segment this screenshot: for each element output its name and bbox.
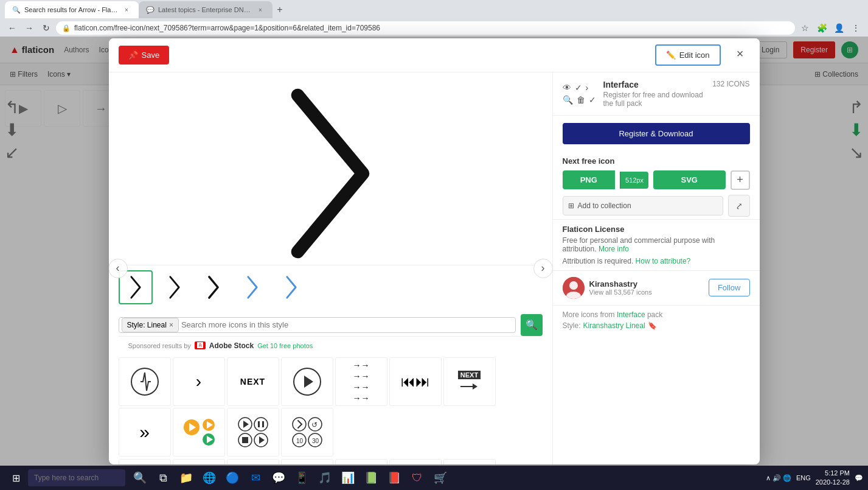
follow-button[interactable]: Follow — [709, 279, 750, 296]
style-name-link[interactable]: Kiranshastry Lineal — [583, 321, 645, 330]
taskbar-file-explorer-icon[interactable]: 📁 — [175, 467, 197, 489]
pack-icon-chevron: › — [586, 83, 589, 93]
sponsored-icon-r2-1[interactable] — [119, 459, 171, 464]
notification-icon[interactable]: 💬 — [855, 474, 863, 482]
user-icon[interactable]: 👤 — [832, 21, 846, 35]
sponsored-icon-5[interactable]: →→→→→→→→ — [335, 357, 387, 406]
add-to-collection-button[interactable]: ⊞ Add to collection — [563, 196, 723, 215]
license-title: Flaticon License — [563, 225, 750, 234]
more-icons-pack-link[interactable]: Interface — [617, 310, 645, 319]
adobe-label: Adobe Stock — [209, 341, 254, 350]
svg-text:30: 30 — [312, 438, 319, 444]
svg-marker-19 — [259, 436, 265, 444]
png-download-button[interactable]: PNG — [563, 170, 616, 189]
style-search-button[interactable]: 🔍 — [521, 314, 543, 336]
save-button[interactable]: 📌 Save — [119, 46, 170, 65]
tab-active[interactable]: 🔍 Search results for Arrow - Flatico... … — [5, 1, 139, 18]
sponsored-icon-8[interactable]: » — [119, 408, 171, 457]
sponsored-row: Sponsored results by 🅰 Adobe Stock Get 1… — [119, 336, 543, 355]
how-to-attribute-link[interactable]: How to attribute? — [636, 257, 691, 265]
forward-button[interactable]: → — [22, 21, 36, 35]
tab-close-1[interactable]: × — [122, 5, 131, 15]
sponsored-icon-10[interactable] — [227, 408, 279, 457]
sponsored-icon-r2-4[interactable]: → → → → → → — [281, 459, 333, 464]
thumb-2[interactable] — [158, 270, 192, 304]
tab-favicon-1: 🔍 — [12, 6, 21, 14]
add-format-button[interactable]: + — [731, 170, 750, 190]
sponsored-icon-r2-5[interactable] — [335, 459, 387, 464]
pack-subtitle: Register for free and download the full … — [603, 91, 706, 108]
taskbar-search-input[interactable] — [28, 469, 125, 486]
taskbar-skype-icon[interactable]: 💬 — [268, 467, 290, 489]
share-button[interactable]: ⤤ — [728, 195, 750, 217]
sponsored-icon-7[interactable]: NEXT — [443, 357, 496, 406]
svg-rect-15 — [262, 421, 264, 427]
taskbar-office-icon[interactable]: 📊 — [337, 467, 359, 489]
sponsored-icon-r2-2[interactable]: NEXT NEXT NEXT — [173, 459, 225, 464]
license-section: Flaticon License Free for personal and c… — [553, 219, 760, 270]
tab-inactive[interactable]: 💬 Latest topics - Enterprise DNA Fo... × — [139, 1, 273, 18]
taskbar-cortana-icon[interactable]: 🔍 — [129, 467, 151, 489]
start-button[interactable]: ⊞ — [5, 467, 27, 489]
modal-left-panel: ‹ › — [109, 72, 553, 464]
png-size-button[interactable]: 512px — [620, 172, 648, 189]
taskbar-whatsapp-icon[interactable]: 📱 — [291, 467, 313, 489]
sponsored-icon-9[interactable] — [173, 408, 225, 457]
bookmark-save-icon: 🔖 — [648, 321, 657, 330]
sponsored-icon-1[interactable] — [119, 357, 171, 406]
taskbar-chrome-icon[interactable]: 🔵 — [221, 467, 243, 489]
author-icon-count: View all 53,567 icons — [589, 289, 704, 296]
sponsored-icon-r2-7[interactable] — [443, 459, 496, 464]
bookmark-icon[interactable]: ☆ — [797, 21, 812, 35]
taskbar-task-view-icon[interactable]: ⧉ — [152, 467, 174, 489]
main-icon-display — [119, 82, 543, 265]
sponsored-icon-r2-3[interactable] — [227, 459, 279, 464]
pin-icon: 📌 — [128, 51, 138, 60]
svg-rect-14 — [258, 421, 260, 427]
taskbar-antivirus-icon[interactable]: 🛡 — [406, 467, 428, 489]
sponsored-icon-grid-row2: NEXT NEXT NEXT — [119, 459, 543, 464]
modal-prev-arrow[interactable]: ‹ — [109, 259, 128, 278]
taskbar-mail-icon[interactable]: ✉ — [245, 467, 266, 489]
thumb-4[interactable] — [235, 270, 269, 304]
modal-next-arrow[interactable]: › — [533, 259, 553, 278]
extensions-icon[interactable]: 🧩 — [814, 21, 829, 35]
svg-point-0 — [131, 368, 158, 395]
svg-point-13 — [254, 418, 268, 431]
url-bar[interactable]: 🔒 flaticon.com/free-icon/next_709586?ter… — [56, 21, 795, 35]
sponsored-icon-2[interactable]: › — [173, 357, 225, 406]
free-photos-link[interactable]: Get 10 free photos — [257, 342, 313, 349]
tab-favicon-2: 💬 — [146, 6, 155, 14]
taskbar: ⊞ 🔍 ⧉ 📁 🌐 🔵 ✉ 💬 📱 🎵 📊 📗 📕 🛡 🛒 ∧ 🔊 🌐 ENG … — [0, 466, 868, 490]
taskbar-spotify-icon[interactable]: 🎵 — [314, 467, 336, 489]
register-download-button[interactable]: Register & Download — [563, 123, 750, 144]
edit-icon-button[interactable]: ✏️ Edit icon — [655, 44, 721, 66]
thumb-3[interactable] — [196, 270, 231, 304]
svg-download-button[interactable]: SVG — [653, 170, 726, 189]
refresh-button[interactable]: ↻ — [39, 21, 54, 35]
modal-close-button[interactable]: × — [731, 44, 750, 64]
taskbar-store-icon[interactable]: 🛒 — [429, 467, 451, 489]
download-row: PNG 512px SVG + — [553, 168, 760, 192]
menu-icon[interactable]: ⋮ — [849, 21, 863, 35]
tab-close-2[interactable]: × — [255, 5, 265, 15]
taskbar-excel-icon[interactable]: 📗 — [360, 467, 382, 489]
pack-icons-preview: 👁 ✓ › 🔍 🗑 ✓ — [563, 83, 596, 105]
sponsored-icon-r2-6[interactable] — [389, 459, 442, 464]
new-tab-button[interactable]: + — [273, 2, 287, 17]
style-search-input[interactable] — [179, 318, 513, 332]
style-tag-remove[interactable]: × — [169, 321, 173, 329]
back-button[interactable]: ← — [5, 21, 19, 35]
taskbar-time-display: 5:12 PM — [816, 469, 850, 478]
more-info-link[interactable]: More info — [599, 245, 629, 253]
sponsored-icon-4[interactable] — [281, 357, 333, 406]
thumb-5[interactable] — [274, 270, 308, 304]
taskbar-powerpoint-icon[interactable]: 📕 — [383, 467, 405, 489]
taskbar-edge-icon[interactable]: 🌐 — [198, 467, 220, 489]
sponsored-icon-6[interactable]: ⏮⏭ — [389, 357, 442, 406]
chevron-icon-svg — [263, 82, 397, 265]
sponsored-icon-11[interactable]: ↺ 10 30 — [281, 408, 333, 457]
taskbar-date-display: 2020-12-28 — [816, 478, 850, 487]
sponsored-icon-3[interactable]: NEXT — [227, 357, 279, 406]
pack-icon-trash: 🗑 — [577, 95, 585, 105]
